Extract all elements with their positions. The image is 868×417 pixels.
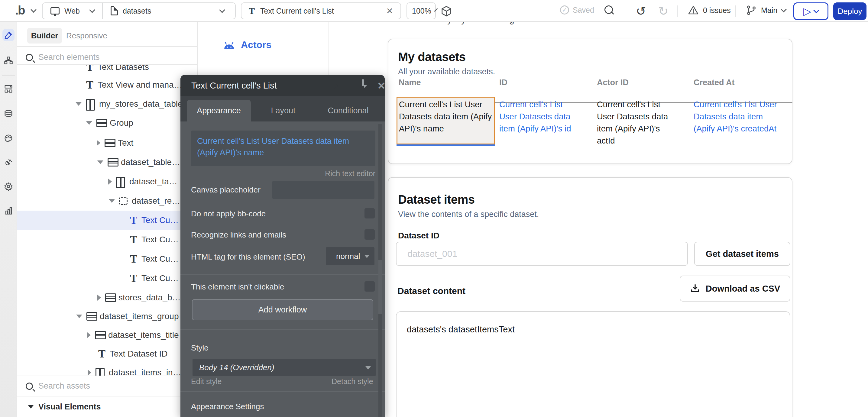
tree-item[interactable]: Group xyxy=(86,113,133,133)
cell-id[interactable]: Current cell's List User Datasets data i… xyxy=(499,98,580,135)
tree-item[interactable]: TText Cu… xyxy=(130,249,179,269)
clickable-label: This element isn't clickable xyxy=(191,282,284,292)
my-datasets-subtitle: All your available datasets. xyxy=(398,67,495,76)
tree-item[interactable]: stores_data_b… xyxy=(97,288,180,307)
caret-down-icon[interactable] xyxy=(86,121,92,125)
tree-item-selected[interactable]: TText Cu… xyxy=(130,211,179,230)
bbcode-label: Do not apply bb-code xyxy=(191,209,266,219)
tab-conditional[interactable]: Conditional xyxy=(321,100,375,122)
undo-button[interactable]: ↺ xyxy=(636,4,646,18)
comment-button[interactable] xyxy=(362,80,374,92)
download-csv-button[interactable]: Download as CSV xyxy=(680,276,790,301)
dataset-content-text: datasets's datasetItemsText xyxy=(407,324,515,334)
caret-down-icon[interactable] xyxy=(75,102,82,106)
tree-item[interactable]: dataset_table… xyxy=(97,153,180,172)
tab-appearance[interactable]: Appearance xyxy=(187,100,251,122)
caret-right-icon[interactable] xyxy=(108,179,112,185)
canvas-placeholder-input[interactable] xyxy=(272,181,374,199)
get-dataset-items-button[interactable]: Get dataset items xyxy=(694,242,790,266)
close-inspector-button[interactable]: ✕ xyxy=(376,80,387,92)
cell-created-at[interactable]: Current cell's List User Datasets data i… xyxy=(693,98,785,135)
caret-down-icon[interactable] xyxy=(109,199,115,203)
bbcode-checkbox[interactable] xyxy=(365,208,375,219)
element-tab[interactable]: T Text Current cell's List ✕ xyxy=(241,2,401,19)
package-cube-icon[interactable] xyxy=(441,5,452,17)
tab-builder[interactable]: Builder xyxy=(27,28,62,43)
dataset-content-label: Dataset content xyxy=(397,286,465,296)
element-info-button[interactable]: i xyxy=(346,80,358,92)
text-element-icon: T xyxy=(130,215,137,226)
tree-item[interactable]: TText Cu… xyxy=(130,269,179,288)
style-value: Body 14 (Overridden) xyxy=(199,363,274,372)
tab-layout[interactable]: Layout xyxy=(259,100,307,122)
canvas-sidebar-item-actors[interactable]: Actors xyxy=(223,39,271,51)
dataset-items-subtitle: View the contents of a specific dataset. xyxy=(398,210,539,219)
tree-item[interactable]: dataset_items_group xyxy=(76,307,179,326)
style-dropdown[interactable]: Body 14 (Overridden) xyxy=(192,359,376,376)
tab-responsive[interactable]: Responsive xyxy=(66,28,107,43)
settings-gear-icon[interactable] xyxy=(2,181,14,192)
database-icon[interactable] xyxy=(2,108,14,120)
recognize-links-checkbox[interactable] xyxy=(365,229,375,239)
search-elements-input[interactable] xyxy=(38,53,168,62)
workflow-tree-icon[interactable] xyxy=(2,54,14,66)
tree-item[interactable]: TText Dataset ID xyxy=(98,344,167,363)
element-tree: TText Datasets TText View and mana… my_s… xyxy=(17,65,198,376)
bubble-logo: .b xyxy=(15,4,25,17)
tree-item[interactable]: TText Datasets xyxy=(86,65,149,77)
edit-style-link[interactable]: Edit style xyxy=(191,377,221,386)
app-menu[interactable]: .b xyxy=(15,4,36,17)
styles-palette-icon[interactable] xyxy=(2,132,14,145)
inspector-scrollbar-thumb[interactable] xyxy=(378,260,382,314)
caret-right-icon[interactable] xyxy=(97,140,100,146)
search-assets-input[interactable] xyxy=(38,381,168,391)
components-icon[interactable] xyxy=(2,83,14,95)
caret-down-icon[interactable] xyxy=(76,315,82,318)
html-tag-label: HTML tag for this element (SEO) xyxy=(191,252,305,262)
cell-name[interactable]: Current cell's List User Datasets data i… xyxy=(399,98,493,135)
search-button[interactable] xyxy=(604,5,613,15)
toolbar-divider xyxy=(625,5,625,17)
html-tag-dropdown[interactable]: normal xyxy=(326,247,374,265)
tree-item[interactable]: dataset_ta… xyxy=(108,172,178,191)
zoom-control[interactable]: 100% xyxy=(406,2,436,19)
clickable-checkbox[interactable] xyxy=(365,281,375,292)
tree-item[interactable]: my_stores_data_table xyxy=(75,94,183,114)
branch-selector[interactable]: Main xyxy=(746,5,786,16)
download-csv-label: Download as CSV xyxy=(706,284,780,294)
rich-text-expression-editor[interactable]: Current cell's List User Datasets data i… xyxy=(191,131,375,166)
add-workflow-button[interactable]: Add workflow xyxy=(192,299,373,320)
dataset-id-input[interactable]: dataset_001 xyxy=(396,242,688,266)
device-selector[interactable]: Web xyxy=(42,7,102,15)
detach-style-link[interactable]: Detach style xyxy=(332,377,373,386)
logs-chart-icon[interactable] xyxy=(2,204,14,217)
page-selector[interactable]: datasets xyxy=(103,6,235,15)
caret-right-icon[interactable] xyxy=(88,370,91,376)
chevron-down-icon xyxy=(219,7,225,13)
tree-item[interactable]: Text xyxy=(97,133,133,153)
git-branch-icon xyxy=(746,5,757,16)
caret-right-icon[interactable] xyxy=(97,295,101,301)
section-divider xyxy=(180,329,385,330)
close-icon[interactable]: ✕ xyxy=(386,6,393,16)
chevron-down-icon xyxy=(781,6,787,12)
design-pencil-icon[interactable] xyxy=(2,29,14,41)
redo-button[interactable]: ↻ xyxy=(658,4,669,18)
visual-elements-section[interactable]: Visual Elements xyxy=(17,396,198,417)
caret-right-icon[interactable] xyxy=(87,332,91,338)
tree-item[interactable]: dataset_items_in… xyxy=(88,363,181,376)
issues-indicator[interactable]: 0 issues xyxy=(688,5,731,16)
dataset-content-box[interactable]: datasets's datasetItemsText xyxy=(396,311,790,417)
preview-element-button[interactable] xyxy=(330,80,342,92)
rich-text-editor-hint[interactable]: Rich text editor xyxy=(191,169,375,178)
tree-item[interactable]: dataset_items_title xyxy=(87,325,179,345)
deploy-button[interactable]: Deploy xyxy=(833,2,867,20)
preview-run-button[interactable]: ▷ xyxy=(793,2,829,20)
cell-actor-id[interactable]: Current cell's List User Datasets data i… xyxy=(597,98,672,147)
page-label: datasets xyxy=(123,7,151,15)
tree-item[interactable]: dataset_re… xyxy=(109,191,180,211)
tree-item[interactable]: TText Cu… xyxy=(130,230,179,249)
caret-down-icon[interactable] xyxy=(97,160,103,164)
plugins-plug-icon[interactable] xyxy=(2,156,14,168)
tree-item[interactable]: TText View and mana… xyxy=(86,75,182,95)
